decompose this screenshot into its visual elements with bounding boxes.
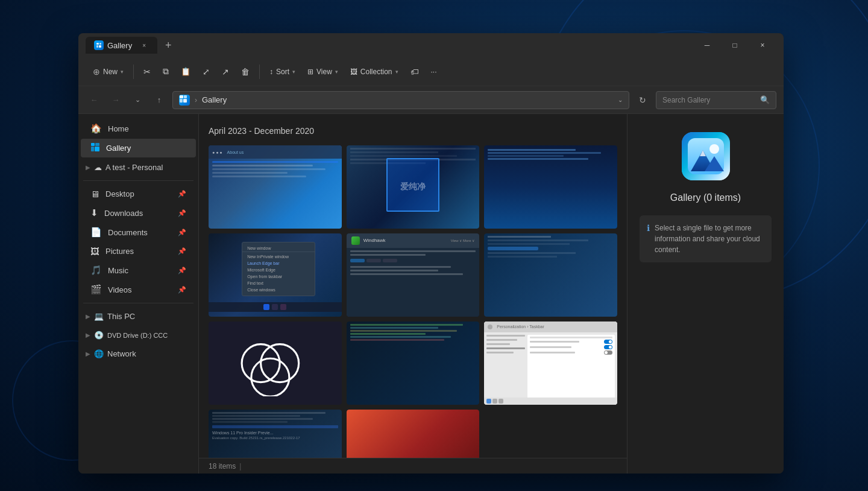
sidebar-item-home[interactable]: 🏠 Home	[81, 119, 196, 138]
back-button[interactable]: ←	[86, 92, 102, 109]
photo-item-7[interactable]	[209, 322, 342, 405]
file-explorer-window: Gallery × + ─ □ × ⊕ New ▾ ✂ ⧉ 📋 ⤢ ↗	[78, 33, 784, 474]
photo-item-1[interactable]: ● ● ● About us	[209, 145, 342, 229]
search-placeholder: Search Gallery	[662, 96, 710, 104]
gallery-icon	[90, 142, 100, 154]
maximize-button[interactable]: □	[721, 36, 749, 55]
paste-button[interactable]: 📋	[176, 64, 195, 79]
pin-icon-downloads: 📌	[178, 209, 186, 217]
pin-icon-desktop: 📌	[178, 190, 186, 198]
gallery-area: April 2023 - December 2020 ● ● ● About u…	[199, 114, 627, 458]
active-tab[interactable]: Gallery ×	[86, 37, 157, 54]
sidebar-item-downloads[interactable]: ⬇ Downloads 📌	[81, 204, 196, 222]
new-dropdown-arrow: ▾	[121, 69, 124, 75]
svg-rect-2	[96, 45, 98, 48]
videos-icon: 🎬	[90, 284, 102, 295]
photo-item-3[interactable]	[484, 145, 617, 229]
title-bar: Gallery × + ─ □ ×	[78, 33, 784, 57]
collection-dropdown-arrow: ▾	[395, 69, 398, 75]
chevron-right-icon-dvd: ▶	[86, 332, 90, 338]
photo-item-5[interactable]: Windhawk View ∨ More ∨	[347, 233, 480, 317]
desktop-icon: 🖥	[90, 189, 99, 199]
cut-icon: ✂	[143, 67, 151, 77]
copy-icon: ⧉	[163, 66, 169, 77]
network-icon: 🌐	[94, 349, 104, 358]
svg-rect-8	[91, 143, 95, 146]
address-dropdown-arrow[interactable]: ⌄	[618, 97, 623, 103]
svg-rect-4	[180, 95, 183, 98]
sidebar-divider-2	[83, 303, 193, 303]
status-bar: 18 items |	[199, 458, 627, 474]
documents-icon: 📄	[90, 227, 102, 238]
delete-button[interactable]: 🗑	[236, 64, 254, 80]
svg-point-16	[709, 144, 719, 154]
sidebar-item-desktop[interactable]: 🖥 Desktop 📌	[81, 185, 196, 203]
address-field[interactable]: › Gallery ⌄	[172, 91, 629, 109]
view-icon: ⊞	[307, 68, 313, 76]
close-button[interactable]: ×	[749, 36, 776, 55]
dvd-icon: 💿	[94, 331, 104, 340]
sidebar-section-thispc[interactable]: ▶ 💻 This PC	[78, 308, 198, 325]
search-icon: 🔍	[760, 95, 770, 104]
cut-button[interactable]: ✂	[139, 64, 156, 80]
gallery-date-range: April 2023 - December 2020	[209, 126, 617, 136]
photo-item-2[interactable]: 爱纯净	[347, 145, 480, 229]
new-button[interactable]: ⊕ New ▾	[88, 64, 128, 80]
photo-item-10[interactable]: Windows 11 Pro Insider Previe... Evaluat…	[209, 410, 342, 458]
paste-icon: 📋	[181, 67, 190, 76]
photo-item-11[interactable]	[347, 410, 480, 458]
toolbar: ⊕ New ▾ ✂ ⧉ 📋 ⤢ ↗ 🗑 ↕ Sort ▾ ⊞	[78, 57, 784, 86]
svg-rect-6	[180, 99, 183, 103]
toolbar-separator-1	[133, 65, 134, 79]
forward-button[interactable]: →	[107, 92, 124, 109]
more-button[interactable]: ···	[426, 65, 442, 79]
svg-rect-7	[183, 99, 187, 103]
tab-close-button[interactable]: ×	[139, 40, 149, 50]
pin-icon-music: 📌	[178, 267, 186, 274]
sidebar-section-cloud[interactable]: ▶ ☁ A test - Personal	[78, 159, 198, 176]
sort-button[interactable]: ↕ Sort ▾	[265, 65, 300, 79]
tag-button[interactable]: 🏷	[406, 64, 424, 80]
view-button[interactable]: ⊞ View ▾	[303, 65, 343, 79]
sidebar-section-network[interactable]: ▶ 🌐 Network	[78, 346, 198, 362]
photo-item-8[interactable]	[347, 322, 480, 405]
search-field[interactable]: Search Gallery 🔍	[656, 91, 776, 109]
sidebar-item-videos[interactable]: 🎬 Videos 📌	[81, 280, 196, 299]
thispc-icon: 💻	[94, 312, 104, 321]
sidebar-item-gallery[interactable]: Gallery	[81, 139, 196, 157]
collection-icon: 🖼	[350, 68, 357, 76]
sidebar-item-music[interactable]: 🎵 Music 📌	[81, 261, 196, 279]
new-icon: ⊕	[93, 67, 100, 77]
content-area: 🏠 Home Gallery ▶ ☁ A test - Personal	[78, 114, 784, 474]
share-button[interactable]: ↗	[217, 64, 234, 80]
delete-icon: 🗑	[241, 67, 250, 77]
svg-rect-10	[91, 147, 94, 151]
refresh-button[interactable]: ↻	[634, 92, 651, 109]
recent-locations-button[interactable]: ⌄	[129, 92, 146, 109]
gallery-app-icon	[682, 132, 730, 180]
up-button[interactable]: ↑	[151, 92, 168, 109]
new-tab-button[interactable]: +	[160, 37, 177, 54]
collection-button[interactable]: 🖼 Collection ▾	[345, 65, 403, 79]
sidebar-item-pictures[interactable]: 🖼 Pictures 📌	[81, 242, 196, 260]
share-icon: ↗	[222, 67, 229, 77]
sort-dropdown-arrow: ▾	[292, 69, 295, 75]
minimize-button[interactable]: ─	[693, 36, 721, 55]
photo-item-4[interactable]: New window New InPrivate window Launch E…	[209, 233, 342, 317]
pin-icon-documents: 📌	[178, 229, 186, 236]
photo-item-6[interactable]	[484, 233, 617, 317]
photo-item-9[interactable]: Personalization › Taskbar	[484, 322, 617, 405]
move-button[interactable]: ⤢	[198, 64, 215, 80]
breadcrumb-gallery: Gallery	[202, 95, 227, 104]
main-panel: April 2023 - December 2020 ● ● ● About u…	[199, 114, 627, 474]
address-gallery-icon	[179, 95, 190, 106]
pin-icon-pictures: 📌	[178, 247, 186, 255]
pictures-icon: 🖼	[90, 246, 99, 256]
sidebar-divider-1	[83, 180, 193, 181]
gallery-info-box: ℹ Select a single file to get more infor…	[640, 215, 772, 262]
sidebar-section-dvd[interactable]: ▶ 💿 DVD Drive (D:) CCC	[78, 327, 198, 343]
svg-rect-0	[96, 43, 99, 45]
copy-button[interactable]: ⧉	[158, 63, 174, 80]
sidebar-item-documents[interactable]: 📄 Documents 📌	[81, 223, 196, 241]
pin-icon-videos: 📌	[178, 286, 186, 294]
